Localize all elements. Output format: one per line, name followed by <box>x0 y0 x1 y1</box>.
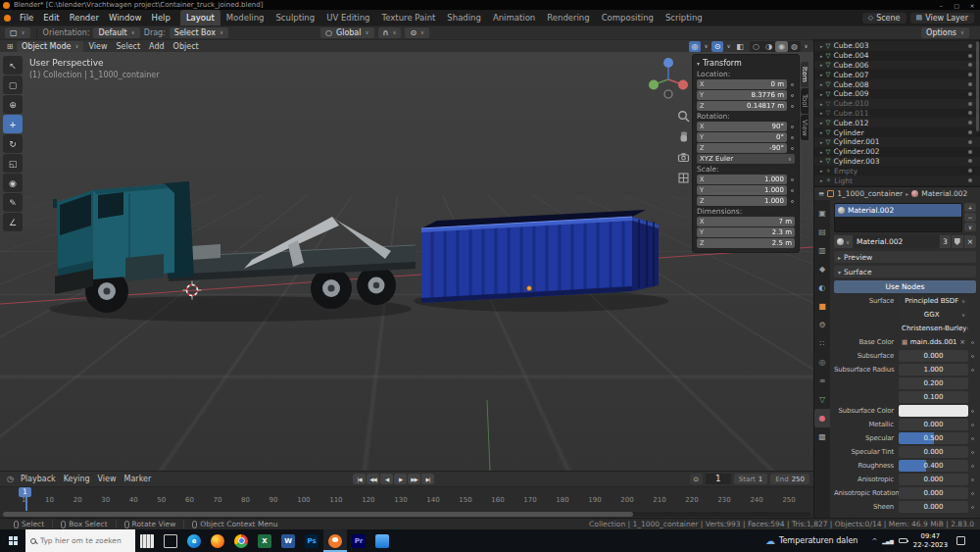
lock-icon[interactable] <box>789 94 795 97</box>
timeline-ruler[interactable]: 11020 304050 607080 90100110 120130140 1… <box>0 486 813 518</box>
outliner-row[interactable]: ▸▽Cube.012 <box>814 118 980 127</box>
tab-view[interactable]: View <box>801 115 808 140</box>
tab-shading[interactable]: Shading <box>441 10 487 25</box>
keyframe-dot[interactable] <box>968 451 976 454</box>
close-button[interactable]: × <box>964 0 980 10</box>
visibility-eye-icon[interactable] <box>968 111 972 115</box>
weather-widget[interactable]: ☁ Temperaturen dalen <box>758 535 865 546</box>
visibility-eye-icon[interactable] <box>968 130 972 134</box>
tab-layout[interactable]: Layout <box>180 10 220 25</box>
next-keyframe-button[interactable]: ▶▶ <box>408 474 420 484</box>
tab-item[interactable]: Item <box>801 62 808 87</box>
maximize-button[interactable]: ▢ <box>949 0 964 10</box>
visibility-eye-icon[interactable] <box>968 73 972 76</box>
menu-keying[interactable]: Keying <box>60 475 94 483</box>
visibility-eye-icon[interactable] <box>968 82 972 86</box>
rotation-y-field[interactable]: Y0° <box>697 132 787 142</box>
tab-viewlayer-icon[interactable]: ▥ <box>814 241 830 260</box>
taskbar-app-word[interactable]: W <box>276 529 300 552</box>
properties-editor-icon[interactable]: ≡ <box>818 189 824 198</box>
axis-x-ball[interactable] <box>678 80 688 90</box>
location-y-field[interactable]: Y8.3776 m <box>697 90 787 100</box>
lock-icon[interactable] <box>789 200 795 203</box>
subsurface-color-swatch[interactable] <box>899 405 968 417</box>
start-frame-field[interactable]: Start1 <box>734 474 768 484</box>
material-browse-dropdown[interactable]: ∨ <box>834 235 853 248</box>
keyframe-dot[interactable] <box>968 369 976 372</box>
taskbar-app-excel[interactable]: X <box>253 529 276 552</box>
keyframe-dot[interactable] <box>968 424 976 427</box>
specular-slider[interactable]: 0.500 <box>899 432 968 444</box>
scale-x-field[interactable]: X1.000 <box>697 175 787 184</box>
lock-icon[interactable] <box>789 147 795 150</box>
dimensions-y-field[interactable]: Y2.3 m <box>697 227 795 237</box>
tab-world-icon[interactable]: ◐ <box>814 278 830 297</box>
taskbar-app-firefox[interactable] <box>206 529 229 552</box>
keyframe-dot[interactable] <box>968 506 976 509</box>
timeline-scrollbar[interactable] <box>3 512 810 517</box>
menu-add[interactable]: Add <box>145 42 169 51</box>
tool-measure[interactable]: ∠ <box>3 213 23 231</box>
tab-constraints-icon[interactable]: ∞ <box>814 372 830 390</box>
visibility-eye-icon[interactable] <box>968 169 972 173</box>
keyframe-dot[interactable] <box>968 341 976 344</box>
outliner-row[interactable]: ▸▽Cube.008 <box>814 79 980 89</box>
subsurface-radius-z[interactable]: 0.100 <box>899 391 968 403</box>
specular-tint-slider[interactable]: 0.000 <box>899 446 968 458</box>
subsurface-radius-y[interactable]: 0.200 <box>899 377 968 389</box>
outliner-row[interactable]: ▸▽Cube.009 <box>814 89 980 99</box>
anisotropic-slider[interactable]: 0.000 <box>899 474 968 485</box>
breadcrumb-material[interactable]: Material.002 <box>921 189 967 198</box>
visibility-eye-icon[interactable] <box>968 92 972 96</box>
axis-z-ball[interactable] <box>663 58 673 68</box>
network-icon[interactable]: ▂▄▆ <box>882 538 894 544</box>
use-nodes-button[interactable]: Use Nodes <box>834 280 976 293</box>
mode-dropdown[interactable]: Object Mode∨ <box>17 41 83 52</box>
end-frame-field[interactable]: End250 <box>770 474 809 484</box>
drag-dropdown[interactable]: Select Box∨ <box>170 27 228 38</box>
tab-data-icon[interactable]: ▽ <box>814 390 830 409</box>
visibility-eye-icon[interactable] <box>968 121 972 125</box>
rotation-z-field[interactable]: Z-90° <box>697 143 787 153</box>
taskbar-app-edge[interactable]: e <box>182 529 206 552</box>
keyframe-dot[interactable] <box>968 355 976 358</box>
tab-tool[interactable]: Tool <box>801 88 808 114</box>
outliner-row[interactable]: ▸☀Light <box>814 176 980 185</box>
metallic-slider[interactable]: 0.000 <box>899 419 968 430</box>
3d-viewport-canvas[interactable]: ↖ ▢ ⊕ + ↻ ◱ ◉ ✎ ∠ User Perspective (1) C… <box>0 52 813 471</box>
base-color-field[interactable]: ▦main.dds.001× <box>899 336 968 348</box>
proportional-edit-toggle[interactable]: ⊙ ∨ <box>405 27 429 38</box>
tab-scene-icon[interactable]: ◆ <box>814 260 830 278</box>
outliner-row[interactable]: ▸▽Cube.007 <box>814 70 980 79</box>
menu-select[interactable]: Select <box>112 42 144 51</box>
keyframe-dot[interactable] <box>968 410 976 413</box>
xray-toggle[interactable]: ◧ <box>734 41 746 52</box>
overlays-dropdown[interactable]: ∨ <box>725 41 732 52</box>
outliner-row[interactable]: ▸▽Cube.004 <box>814 51 980 61</box>
play-reverse-button[interactable]: ◀ <box>380 474 393 484</box>
keyframe-dot[interactable] <box>968 437 976 440</box>
tool-rotate[interactable]: ↻ <box>3 134 23 153</box>
lock-icon[interactable] <box>789 178 795 181</box>
rotation-mode-dropdown[interactable]: XYZ Euler∨ <box>697 154 795 164</box>
location-z-field[interactable]: Z0.14817 m <box>697 101 787 111</box>
prev-keyframe-button[interactable]: ◀◀ <box>367 474 379 484</box>
tool-annotate[interactable]: ✎ <box>3 193 23 212</box>
start-button[interactable] <box>0 529 25 552</box>
scale-y-field[interactable]: Y1.000 <box>697 185 787 195</box>
transform-orientation-dropdown[interactable]: ○ Global∨ <box>320 27 374 38</box>
visibility-eye-icon[interactable] <box>968 54 972 58</box>
battery-icon[interactable] <box>899 538 907 543</box>
taskbar-clock[interactable]: 09:47 22-2-2023 <box>913 532 948 550</box>
fake-user-shield-button[interactable] <box>952 235 963 248</box>
tab-output-icon[interactable]: ▤ <box>814 223 830 241</box>
dimensions-z-field[interactable]: Z2.5 m <box>697 238 795 248</box>
sheen-slider[interactable]: 0.000 <box>899 501 968 513</box>
taskbar-app-premiere[interactable]: Pr <box>347 529 370 552</box>
current-frame-field[interactable]: 1 <box>706 474 731 484</box>
shading-solid-button[interactable]: ◑ <box>762 41 775 52</box>
outliner-row[interactable]: ▸▽Cube.006 <box>814 61 980 71</box>
menu-playback[interactable]: Playback <box>17 475 60 483</box>
outliner-row[interactable]: ▸▽Cube.011 <box>814 109 980 119</box>
roughness-slider[interactable]: 0.400 <box>899 460 968 472</box>
